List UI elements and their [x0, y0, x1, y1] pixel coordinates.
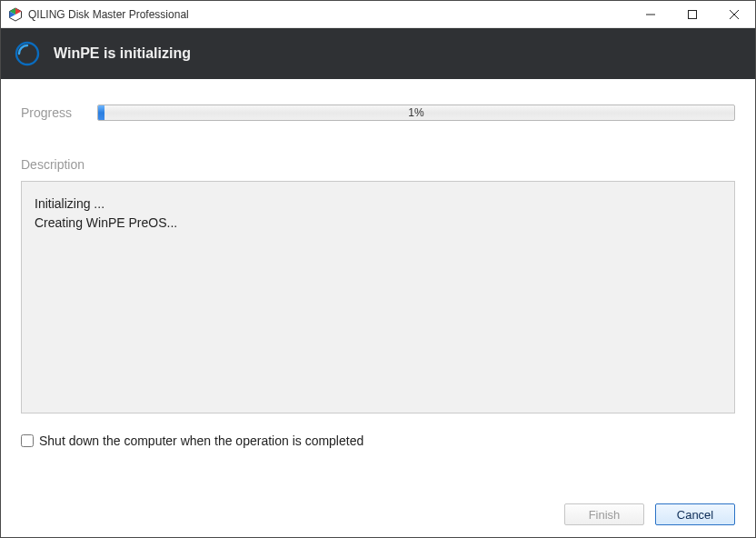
close-button[interactable]: [713, 1, 755, 27]
titlebar: QILING Disk Master Professional: [1, 1, 755, 28]
app-icon: [8, 7, 23, 22]
task-header: WinPE is initializing: [1, 28, 755, 79]
description-label: Description: [21, 157, 735, 172]
progress-label: Progress: [21, 105, 85, 120]
shutdown-option[interactable]: Shut down the computer when the operatio…: [21, 433, 735, 448]
app-title: QILING Disk Master Professional: [28, 8, 630, 21]
winpe-icon: [14, 40, 41, 67]
task-title: WinPE is initializing: [54, 45, 191, 62]
progress-row: Progress 1%: [21, 105, 735, 121]
progress-percent-text: 1%: [408, 106, 423, 119]
content-area: Progress 1% Description Initializing ...…: [1, 79, 755, 492]
description-box: Initializing ... Creating WinPE PreOS...: [21, 181, 735, 413]
shutdown-checkbox[interactable]: [21, 434, 34, 447]
progress-bar-fill: [98, 105, 104, 120]
cancel-button[interactable]: Cancel: [655, 503, 735, 525]
finish-button: Finish: [564, 503, 644, 525]
progress-bar: 1%: [97, 105, 735, 121]
window-controls: [630, 1, 755, 27]
app-window: QILING Disk Master Professional WinPE is…: [0, 0, 756, 538]
maximize-button[interactable]: [671, 1, 713, 27]
minimize-button[interactable]: [630, 1, 671, 27]
svg-rect-5: [689, 10, 697, 18]
svg-marker-1: [15, 8, 22, 15]
shutdown-label: Shut down the computer when the operatio…: [39, 433, 363, 448]
footer: Finish Cancel: [1, 492, 755, 537]
